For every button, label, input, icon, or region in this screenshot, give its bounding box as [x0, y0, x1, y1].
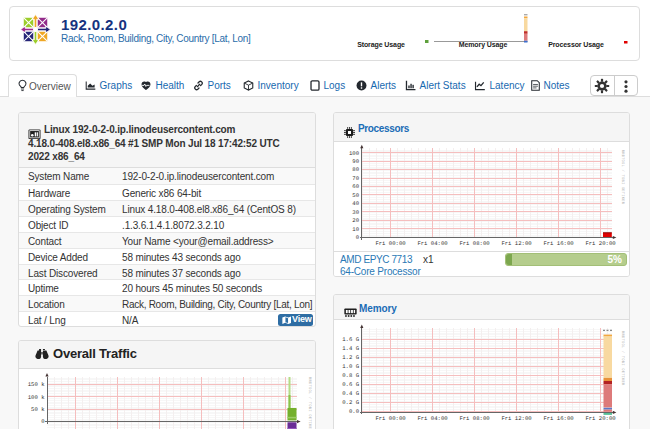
svg-text:RRDTOOL / TOBI OETIKER: RRDTOOL / TOBI OETIKER [307, 377, 312, 429]
svg-text:Fri 08:00: Fri 08:00 [459, 240, 490, 247]
svg-text:Fri 20:00: Fri 20:00 [585, 240, 616, 247]
svg-text:30: 30 [352, 209, 359, 216]
svg-text:Fri 08:00: Fri 08:00 [459, 415, 490, 422]
svg-text:100 k: 100 k [28, 394, 45, 401]
svg-text:Fri 16:00: Fri 16:00 [543, 415, 574, 422]
svg-text:1.2 G: 1.2 G [342, 354, 359, 361]
svg-text:20: 20 [352, 217, 359, 224]
svg-text:Fri 04:00: Fri 04:00 [417, 240, 448, 247]
svg-text:0.8 G: 0.8 G [342, 372, 359, 379]
svg-text:1.6 G: 1.6 G [342, 336, 359, 343]
svg-text:50: 50 [352, 192, 359, 199]
svg-text:0.6 G: 0.6 G [342, 381, 359, 388]
svg-text:0: 0 [41, 418, 45, 425]
svg-text:150 k: 150 k [28, 381, 45, 388]
svg-text:Fri 12:00: Fri 12:00 [501, 240, 532, 247]
svg-text:60: 60 [352, 183, 359, 190]
svg-text:RRDTOOL / TOBI OETIKER: RRDTOOL / TOBI OETIKER [620, 150, 625, 205]
svg-text:Fri 20:00: Fri 20:00 [585, 415, 616, 422]
svg-text:90: 90 [352, 158, 359, 165]
svg-text:RRDTOOL / TOBI OETIKER: RRDTOOL / TOBI OETIKER [620, 331, 625, 386]
svg-text:10: 10 [352, 226, 359, 233]
svg-text:Fri 04:00: Fri 04:00 [417, 415, 448, 422]
svg-text:1.0 G: 1.0 G [342, 363, 359, 370]
svg-text:0: 0 [356, 234, 360, 241]
svg-text:0.4 G: 0.4 G [342, 390, 359, 397]
svg-text:40: 40 [352, 200, 359, 207]
svg-text:Fri 16:00: Fri 16:00 [543, 240, 574, 247]
svg-text:50 k: 50 k [31, 406, 45, 413]
svg-text:0.0: 0.0 [349, 408, 360, 415]
svg-text:70: 70 [352, 175, 359, 182]
svg-text:100: 100 [349, 150, 360, 157]
svg-text:Fri 00:00: Fri 00:00 [375, 415, 406, 422]
svg-text:80: 80 [352, 166, 359, 173]
svg-text:0.2 G: 0.2 G [342, 399, 359, 406]
svg-text:Fri 12:00: Fri 12:00 [501, 415, 532, 422]
svg-text:1.4 G: 1.4 G [342, 345, 359, 352]
svg-text:Fri 00:00: Fri 00:00 [375, 240, 406, 247]
